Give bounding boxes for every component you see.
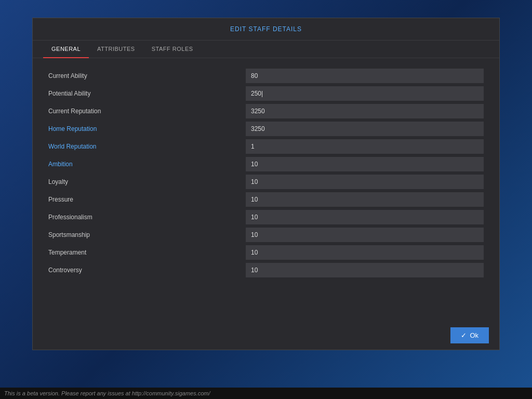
tab-staff-roles[interactable]: STAFF ROLES [143,41,202,58]
status-bar-text: This is a beta version. Please report an… [4,390,210,396]
form-row-ambition: Ambition [48,157,484,171]
label-controversy: Controversy [48,267,246,274]
input-current-ability[interactable] [246,69,484,83]
form-row-professionalism: Professionalism [48,210,484,224]
input-professionalism[interactable] [246,210,484,224]
form-row-current-reputation: Current Reputation [48,104,484,118]
label-ambition: Ambition [48,161,246,168]
form-row-potential-ability: Potential Ability [48,86,484,101]
tab-general[interactable]: GENERAL [43,41,89,58]
label-temperament: Temperament [48,249,246,256]
tab-attributes[interactable]: ATTRIBUTES [89,41,143,58]
form-row-current-ability: Current Ability [48,69,484,83]
form-row-temperament: Temperament [48,245,484,260]
edit-staff-modal: EDIT STAFF DETAILS GENERALATTRIBUTESSTAF… [32,18,500,350]
input-sportsmanship[interactable] [246,228,484,242]
input-controversy[interactable] [246,263,484,277]
label-home-reputation: Home Reputation [48,125,246,132]
input-pressure[interactable] [246,192,484,207]
input-temperament[interactable] [246,245,484,260]
label-pressure: Pressure [48,196,246,203]
ok-button[interactable]: ✓ Ok [450,327,489,343]
input-potential-ability[interactable] [246,86,484,101]
tab-bar: GENERALATTRIBUTESSTAFF ROLES [33,41,499,58]
ok-check-icon: ✓ [461,331,467,339]
label-current-ability: Current Ability [48,72,246,79]
form-row-home-reputation: Home Reputation [48,122,484,136]
label-current-reputation: Current Reputation [48,108,246,115]
label-loyalty: Loyalty [48,178,246,185]
ok-button-label: Ok [470,331,478,339]
label-sportsmanship: Sportsmanship [48,231,246,238]
input-current-reputation[interactable] [246,104,484,118]
label-professionalism: Professionalism [48,214,246,221]
modal-title: EDIT STAFF DETAILS [33,18,499,41]
modal-backdrop: EDIT STAFF DETAILS GENERALATTRIBUTESSTAF… [0,0,532,399]
form-body: Current AbilityPotential AbilityCurrent … [33,58,499,291]
modal-footer: ✓ Ok [33,321,499,350]
form-row-world-reputation: World Reputation [48,139,484,154]
label-world-reputation: World Reputation [48,143,246,150]
form-row-sportsmanship: Sportsmanship [48,228,484,242]
form-row-pressure: Pressure [48,192,484,207]
form-row-loyalty: Loyalty [48,175,484,189]
form-row-controversy: Controversy [48,263,484,277]
status-bar: This is a beta version. Please report an… [0,388,532,399]
input-loyalty[interactable] [246,175,484,189]
label-potential-ability: Potential Ability [48,90,246,97]
input-world-reputation[interactable] [246,139,484,154]
input-ambition[interactable] [246,157,484,171]
input-home-reputation[interactable] [246,122,484,136]
